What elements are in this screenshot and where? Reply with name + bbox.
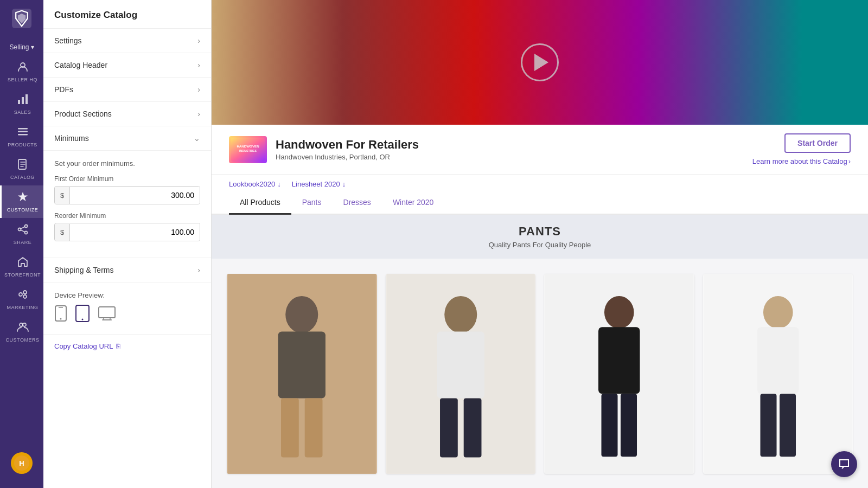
svg-point-13: [23, 291, 27, 294]
sidebar-item-customize[interactable]: CUSTOMIZE: [0, 185, 43, 218]
product-card[interactable]: [703, 274, 853, 474]
catalog-right: Start Order Learn more about this Catalo…: [752, 133, 851, 165]
svg-rect-4: [25, 94, 28, 104]
tab-winter-2020[interactable]: Winter 2020: [382, 191, 444, 215]
customers-label: CUSToMERS: [6, 337, 40, 343]
catalog-details: Handwoven For Retailers Handwoven Indust…: [276, 138, 419, 161]
nav-selling[interactable]: Selling ▾: [0, 39, 43, 55]
product-sections-arrow: ›: [197, 110, 200, 118]
product-sections-label: Product Sections: [54, 110, 112, 118]
minimums-section: Set your order minimums. First Order Min…: [43, 151, 211, 258]
reorder-input[interactable]: [70, 223, 200, 241]
svg-rect-5: [18, 128, 28, 130]
svg-rect-32: [281, 398, 299, 457]
svg-rect-2: [18, 100, 20, 104]
svg-text:INDUSTRIES: INDUSTRIES: [239, 149, 257, 152]
device-preview-label: Device Preview:: [54, 291, 200, 299]
svg-point-12: [19, 293, 22, 296]
storefront-icon: [17, 256, 29, 271]
product-card[interactable]: [227, 274, 377, 474]
sidebar-item-catalog[interactable]: CATALOG: [0, 153, 43, 185]
svg-rect-36: [437, 332, 484, 399]
lookbook-label: Lookbook2020: [229, 180, 275, 188]
product-card[interactable]: [386, 274, 536, 474]
marketing-icon: [17, 288, 29, 303]
copy-url-icon: ⎘: [116, 342, 120, 350]
settings-arrow: ›: [197, 36, 200, 45]
linesheet-label: Linesheet 2020: [292, 180, 340, 188]
minimums-label: Minimums: [54, 134, 89, 143]
sidebar-item-share[interactable]: SHARE: [0, 218, 43, 251]
learn-more-link[interactable]: Learn more about this Catalog ›: [752, 157, 851, 165]
learn-more-text: Learn more about this Catalog: [752, 157, 847, 165]
svg-point-23: [82, 319, 84, 320]
svg-rect-24: [99, 307, 115, 318]
svg-point-45: [763, 296, 793, 329]
svg-point-9: [24, 225, 27, 228]
svg-rect-31: [278, 332, 326, 399]
sidebar-item-marketing[interactable]: MARKETING: [0, 283, 43, 316]
brand-logo: HANDWOVEN INDUSTRIES: [229, 136, 267, 163]
sidebar-menu-catalog-header[interactable]: Catalog Header ›: [43, 53, 211, 78]
hero-banner: [212, 0, 868, 125]
tab-dresses[interactable]: Dresses: [333, 191, 382, 215]
section-header: PANTS Quality Pants For Quality People: [212, 215, 868, 259]
copy-catalog-url[interactable]: Copy Catalog URL ⎘: [43, 335, 211, 358]
tab-pants[interactable]: Pants: [291, 191, 333, 215]
storefront-label: STOREFRONT: [4, 272, 41, 278]
product-card[interactable]: [544, 274, 694, 474]
sidebar-title: Customize Catalog: [43, 0, 211, 29]
svg-rect-41: [598, 327, 640, 394]
main-content: HANDWOVEN INDUSTRIES Handwoven For Retai…: [212, 0, 868, 488]
start-order-button[interactable]: Start Order: [784, 133, 851, 153]
customize-icon: [17, 191, 29, 206]
sidebar-menu-minimums[interactable]: Minimums ⌄: [43, 126, 211, 151]
device-icons-group: [54, 305, 200, 325]
tab-all-products[interactable]: All Products: [229, 191, 291, 215]
share-label: SHARE: [14, 240, 32, 245]
svg-rect-33: [305, 398, 323, 457]
sidebar-item-storefront[interactable]: STOREFRONT: [0, 251, 43, 283]
pdfs-label: PDFs: [54, 85, 73, 94]
user-avatar[interactable]: H: [11, 452, 33, 474]
minimums-chevron: ⌄: [194, 134, 200, 143]
copy-url-label: Copy Catalog URL: [54, 342, 113, 350]
sidebar-item-products[interactable]: PRODUCTS: [0, 120, 43, 153]
linesheet-icon: ↓: [342, 180, 346, 188]
sidebar-menu-product-sections[interactable]: Product Sections ›: [43, 102, 211, 126]
app-logo[interactable]: [10, 7, 34, 30]
play-button[interactable]: [521, 43, 559, 81]
catalog-info-bar: HANDWOVEN INDUSTRIES Handwoven For Retai…: [212, 125, 868, 175]
linesheet-download[interactable]: Linesheet 2020 ↓: [292, 180, 346, 188]
reorder-currency: $: [55, 224, 70, 241]
svg-text:H: H: [19, 459, 24, 467]
svg-rect-3: [22, 97, 24, 104]
first-order-input[interactable]: [70, 187, 200, 204]
svg-point-40: [604, 296, 634, 329]
catalog-header-arrow: ›: [197, 61, 200, 69]
sidebar-item-customers[interactable]: CUSToMERS: [0, 316, 43, 348]
desktop-preview-button[interactable]: [98, 306, 116, 324]
seller-hq-label: SELLER HQ: [8, 77, 37, 82]
reorder-label: Reorder Minimum: [54, 212, 200, 220]
tablet-preview-button[interactable]: [75, 305, 90, 325]
sidebar-menu-settings[interactable]: Settings ›: [43, 29, 211, 53]
svg-rect-7: [18, 134, 28, 136]
svg-point-14: [23, 295, 27, 298]
sidebar-item-sales[interactable]: SALES: [0, 88, 43, 120]
chat-button[interactable]: [831, 451, 857, 477]
sidebar-item-seller-hq[interactable]: SELLER HQ: [0, 55, 43, 88]
first-order-input-wrap: $: [54, 186, 200, 204]
products-area: PANTS Quality Pants For Quality People: [212, 215, 868, 488]
catalog-icon: [17, 158, 29, 173]
mobile-preview-button[interactable]: [54, 305, 67, 325]
catalog-brand-name: Handwoven For Retailers: [276, 138, 419, 152]
products-icon: [17, 126, 29, 140]
catalog-info-left: HANDWOVEN INDUSTRIES Handwoven For Retai…: [229, 136, 419, 163]
lookbook-download[interactable]: Lookbook2020 ↓: [229, 180, 281, 188]
svg-rect-46: [757, 327, 799, 394]
sidebar-menu-shipping-terms[interactable]: Shipping & Terms ›: [43, 258, 211, 282]
first-order-label: First Order Minimum: [54, 175, 200, 183]
sidebar-menu-pdfs[interactable]: PDFs ›: [43, 78, 211, 102]
svg-rect-43: [621, 394, 637, 457]
